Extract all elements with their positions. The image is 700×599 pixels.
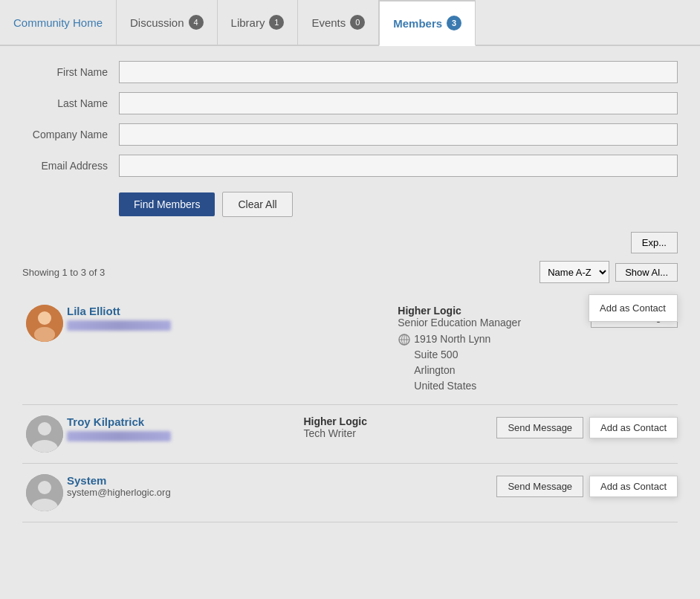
lila-email-blur — [67, 320, 171, 331]
lila-company: Higher Logic — [398, 305, 583, 317]
svg-point-1 — [38, 311, 51, 325]
show-all-button[interactable]: Show Al... — [615, 263, 678, 282]
system-email: system@higherlogic.org — [67, 487, 296, 498]
system-avatar-container — [22, 474, 67, 511]
nav-members-label: Members — [393, 17, 442, 30]
lila-company-block: Higher Logic Senior Education Manager — [398, 305, 591, 394]
svg-point-12 — [38, 481, 51, 494]
export-row: Exp... — [22, 232, 678, 253]
troy-company: Higher Logic — [303, 415, 489, 427]
email-input[interactable] — [119, 155, 678, 177]
troy-email-blur — [67, 431, 171, 441]
troy-actions: Send Message Add as Contact — [496, 415, 678, 438]
system-info: System system@higherlogic.org — [67, 474, 303, 498]
troy-avatar — [26, 415, 63, 453]
nav-discussion[interactable]: Discussion 4 — [117, 0, 218, 45]
nav-library-label: Library — [231, 16, 265, 29]
lila-address-city: Arlington — [398, 363, 583, 378]
sort-controls: Name A-Z Name Z-A Newest Oldest Show Al.… — [539, 261, 678, 283]
lila-address: 1919 North Lynn Suite 500 Arlington Unit… — [398, 331, 583, 394]
lila-actions: Send Message Add as Contact — [591, 305, 678, 328]
nav-discussion-label: Discussion — [130, 16, 184, 29]
member-list: Lila Elliott Higher Logic Senior Educati… — [22, 294, 678, 522]
member-row-lila: Lila Elliott Higher Logic Senior Educati… — [22, 294, 678, 405]
lila-add-contact-popup: Add as Contact — [589, 294, 678, 322]
member-row-troy: Troy Kilpatrick Higher Logic Tech Writer… — [22, 405, 678, 464]
system-name[interactable]: System — [67, 474, 296, 487]
troy-name[interactable]: Troy Kilpatrick — [67, 415, 296, 428]
system-add-contact-button[interactable]: Add as Contact — [589, 476, 678, 497]
last-name-input[interactable] — [119, 92, 678, 114]
system-actions: Send Message Add as Contact — [496, 474, 678, 497]
troy-title: Tech Writer — [303, 427, 489, 439]
company-name-label: Company Name — [22, 129, 119, 140]
nav-community-home[interactable]: Community Home — [0, 0, 117, 45]
clear-all-button[interactable]: Clear All — [222, 192, 292, 217]
first-name-label: First Name — [22, 66, 119, 78]
email-row: Email Address — [22, 155, 678, 177]
troy-add-contact-button[interactable]: Add as Contact — [589, 417, 678, 438]
results-row: Showing 1 to 3 of 3 Name A-Z Name Z-A Ne… — [22, 261, 678, 283]
find-members-button[interactable]: Find Members — [119, 192, 215, 216]
results-count: Showing 1 to 3 of 3 — [22, 267, 105, 278]
lila-avatar-svg — [26, 305, 63, 342]
system-avatar-svg — [26, 474, 63, 511]
company-name-row: Company Name — [22, 123, 678, 146]
nav-discussion-badge: 4 — [189, 15, 204, 30]
lila-address-suite: Suite 500 — [398, 347, 583, 363]
form-buttons: Find Members Clear All — [119, 192, 678, 217]
email-label: Email Address — [22, 160, 119, 172]
member-row-system: System system@higherlogic.org Send Messa… — [22, 464, 678, 522]
lila-avatar-container — [22, 305, 67, 342]
lila-address-country: United States — [398, 378, 583, 394]
nav-events-label: Events — [311, 16, 346, 29]
lila-address-line1: 1919 North Lynn — [398, 331, 583, 347]
troy-info: Troy Kilpatrick — [67, 415, 303, 441]
lila-avatar — [26, 305, 63, 342]
last-name-label: Last Name — [22, 97, 119, 109]
troy-avatar-container — [22, 415, 67, 453]
last-name-row: Last Name — [22, 92, 678, 114]
main-content: First Name Last Name Company Name Email … — [0, 46, 700, 599]
sort-select[interactable]: Name A-Z Name Z-A Newest Oldest — [539, 261, 609, 283]
system-avatar — [26, 474, 63, 511]
lila-title: Senior Education Manager — [398, 317, 583, 328]
nav-community-home-label: Community Home — [13, 16, 103, 29]
lila-name[interactable]: Lila Elliott — [67, 305, 390, 317]
globe-icon — [398, 333, 411, 346]
top-navigation: Community Home Discussion 4 Library 1 Ev… — [0, 0, 700, 46]
lila-address-street: 1919 North Lynn — [414, 331, 490, 347]
nav-events-badge: 0 — [350, 15, 365, 30]
search-form: First Name Last Name Company Name Email … — [22, 61, 678, 177]
lila-info: Lila Elliott — [67, 305, 398, 331]
svg-point-9 — [38, 422, 51, 436]
company-name-input[interactable] — [119, 123, 678, 146]
svg-point-3 — [34, 327, 55, 342]
nav-library-badge: 1 — [269, 15, 284, 30]
first-name-row: First Name — [22, 61, 678, 83]
nav-library[interactable]: Library 1 — [218, 0, 299, 45]
troy-company-block: Higher Logic Tech Writer — [303, 415, 496, 439]
lila-add-contact-button[interactable]: Add as Contact — [589, 295, 677, 321]
nav-members[interactable]: Members 3 — [379, 0, 476, 46]
first-name-input[interactable] — [119, 61, 678, 83]
nav-events[interactable]: Events 0 — [298, 0, 379, 45]
troy-send-message-button[interactable]: Send Message — [496, 417, 583, 438]
nav-members-badge: 3 — [447, 16, 461, 30]
troy-avatar-svg — [26, 415, 63, 453]
export-button[interactable]: Exp... — [631, 232, 678, 253]
system-send-message-button[interactable]: Send Message — [496, 476, 583, 497]
